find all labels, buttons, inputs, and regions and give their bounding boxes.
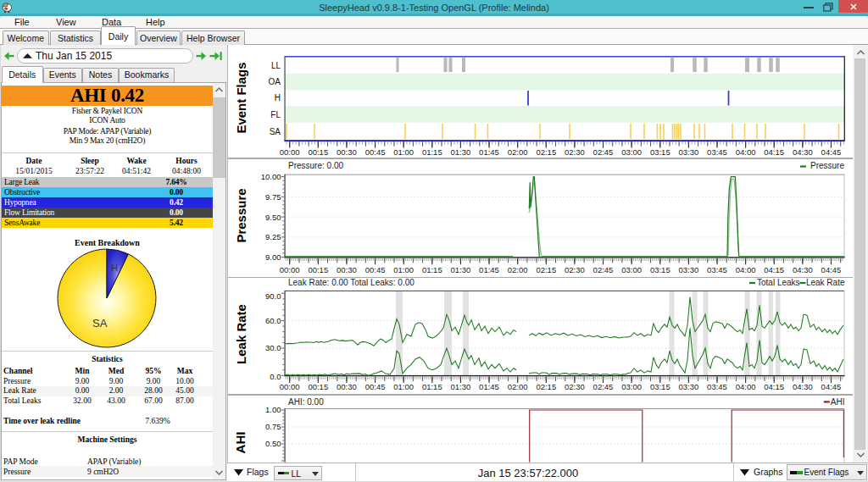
svg-text:H: H (275, 93, 281, 102)
svg-text:1.00: 1.00 (265, 405, 281, 414)
svg-text:01:15: 01:15 (422, 147, 442, 157)
svg-text:04:45: 04:45 (821, 265, 842, 274)
svg-text:02:15: 02:15 (536, 147, 556, 157)
svg-text:01:45: 01:45 (479, 147, 499, 157)
svg-text:0.50: 0.50 (265, 439, 281, 448)
svg-text:04:00: 04:00 (736, 265, 756, 274)
svg-text:02:00: 02:00 (508, 265, 528, 274)
svg-text:04:30: 04:30 (793, 382, 813, 391)
svg-text:02:00: 02:00 (508, 382, 528, 391)
svg-text:00:45: 00:45 (365, 147, 386, 157)
svg-text:02:30: 02:30 (565, 265, 585, 274)
svg-text:03:00: 03:00 (621, 265, 642, 274)
svg-text:00:00: 00:00 (280, 147, 300, 157)
svg-text:04:30: 04:30 (793, 147, 813, 157)
svg-text:03:15: 03:15 (650, 265, 670, 274)
svg-text:90.0: 90.0 (265, 291, 281, 301)
svg-text:AHI: 0.00: AHI: 0.00 (288, 397, 324, 407)
svg-text:Leak Rate: 0.00 Total Leaks: 0: Leak Rate: 0.00 Total Leaks: 0.00 (288, 278, 415, 287)
svg-text:00:30: 00:30 (337, 265, 357, 274)
svg-text:9.25: 9.25 (265, 232, 281, 241)
svg-text:02:45: 02:45 (593, 147, 614, 157)
svg-text:0.0: 0.0 (270, 372, 281, 381)
svg-text:Pressure: 0.00: Pressure: 0.00 (288, 161, 343, 170)
svg-text:04:15: 04:15 (764, 382, 784, 391)
svg-text:04:15: 04:15 (764, 265, 784, 274)
svg-text:00:15: 00:15 (308, 265, 328, 274)
svg-text:00:45: 00:45 (365, 382, 386, 391)
svg-text:00:00: 00:00 (280, 265, 300, 274)
svg-text:9.00: 9.00 (265, 252, 281, 262)
svg-text:04:45: 04:45 (821, 382, 842, 391)
svg-text:03:30: 03:30 (679, 265, 699, 274)
svg-text:01:15: 01:15 (422, 265, 442, 274)
svg-text:04:30: 04:30 (793, 265, 813, 274)
svg-text:9.75: 9.75 (265, 192, 281, 202)
svg-text:01:30: 01:30 (451, 382, 471, 391)
svg-text:00:15: 00:15 (308, 382, 328, 391)
svg-text:01:45: 01:45 (479, 382, 499, 391)
svg-text:OA: OA (269, 77, 281, 86)
svg-text:9.50: 9.50 (265, 213, 281, 222)
svg-text:03:15: 03:15 (650, 382, 670, 391)
svg-text:60.0: 60.0 (265, 316, 281, 325)
svg-text:Leak Rate: Leak Rate (806, 278, 845, 287)
svg-text:02:00: 02:00 (508, 147, 528, 157)
svg-text:01:00: 01:00 (393, 265, 414, 274)
svg-text:03:45: 03:45 (707, 147, 727, 157)
svg-text:SA: SA (270, 127, 281, 136)
svg-text:01:30: 01:30 (451, 147, 471, 157)
svg-text:01:30: 01:30 (451, 265, 471, 274)
svg-text:02:15: 02:15 (536, 382, 556, 391)
svg-text:AHI: AHI (831, 397, 845, 407)
svg-text:03:30: 03:30 (679, 147, 699, 157)
svg-text:01:15: 01:15 (422, 382, 442, 391)
svg-text:LL: LL (271, 61, 281, 70)
svg-text:30.0: 30.0 (265, 343, 281, 352)
svg-text:04:00: 04:00 (736, 147, 756, 157)
svg-text:01:45: 01:45 (479, 265, 499, 274)
svg-text:04:45: 04:45 (821, 147, 842, 157)
svg-text:01:00: 01:00 (393, 382, 414, 391)
svg-text:0.75: 0.75 (265, 422, 281, 431)
svg-text:02:30: 02:30 (565, 147, 585, 157)
svg-text:00:30: 00:30 (337, 382, 357, 391)
svg-text:04:15: 04:15 (764, 147, 784, 157)
svg-text:00:30: 00:30 (337, 147, 357, 157)
svg-text:04:00: 04:00 (736, 382, 756, 391)
svg-text:10.00: 10.00 (261, 172, 281, 181)
svg-text:02:45: 02:45 (593, 382, 614, 391)
svg-text:03:00: 03:00 (621, 147, 642, 157)
svg-text:FL: FL (270, 110, 281, 119)
svg-text:03:15: 03:15 (650, 147, 670, 157)
svg-text:02:15: 02:15 (536, 265, 556, 274)
svg-text:01:00: 01:00 (393, 147, 414, 157)
svg-text:02:45: 02:45 (593, 265, 614, 274)
svg-text:03:30: 03:30 (679, 382, 699, 391)
svg-text:00:00: 00:00 (280, 382, 300, 391)
svg-text:03:45: 03:45 (707, 382, 727, 391)
svg-text:00:15: 00:15 (308, 147, 328, 157)
svg-text:03:45: 03:45 (707, 265, 727, 274)
svg-text:Pressure: Pressure (810, 161, 844, 170)
svg-text:03:00: 03:00 (621, 382, 642, 391)
svg-text:00:45: 00:45 (365, 265, 386, 274)
svg-text:02:30: 02:30 (565, 382, 585, 391)
svg-text:Total Leaks: Total Leaks (757, 278, 800, 287)
